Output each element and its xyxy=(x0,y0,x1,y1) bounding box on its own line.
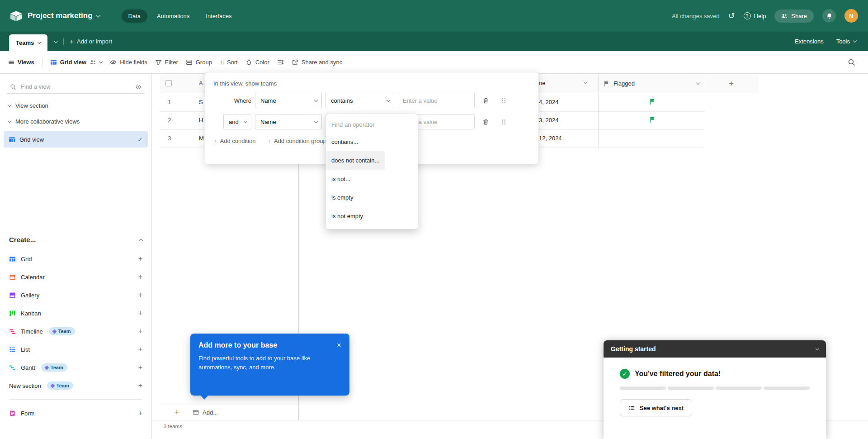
add-view-icon[interactable]: + xyxy=(138,346,142,353)
create-item-list[interactable]: List + xyxy=(0,340,151,358)
add-condition-button[interactable]: + Add condition xyxy=(213,138,255,144)
tools-button[interactable]: Tools xyxy=(836,38,856,45)
flag-icon[interactable] xyxy=(649,98,656,105)
create-item-timeline[interactable]: Timeline Team + xyxy=(0,322,151,340)
find-view-input[interactable] xyxy=(21,83,131,90)
operator-option[interactable]: is not empty xyxy=(326,207,418,225)
add-or-import-button[interactable]: + Add or import xyxy=(70,38,112,45)
cell-date-partial[interactable]: 12, 2024 xyxy=(539,135,562,142)
create-item-new-section[interactable]: New section Team + xyxy=(0,377,151,395)
field-select[interactable]: Name xyxy=(255,114,322,129)
search-icon[interactable] xyxy=(848,58,860,66)
notifications-button[interactable] xyxy=(822,9,836,23)
create-item-gantt[interactable]: Gantt Team + xyxy=(0,358,151,377)
share-button[interactable]: Share xyxy=(774,10,814,23)
drag-handle-icon[interactable] xyxy=(496,115,511,129)
app-logo-icon[interactable] xyxy=(10,11,22,21)
cell-date-partial[interactable]: 3, 2024 xyxy=(539,117,558,124)
nav-tab-automations[interactable]: Automations xyxy=(150,10,196,23)
divider xyxy=(42,58,42,67)
filter-button[interactable]: Filter xyxy=(155,59,178,66)
row-number[interactable]: 2 xyxy=(160,111,179,129)
delete-condition-button[interactable] xyxy=(478,93,493,108)
create-item-kanban[interactable]: Kanban + xyxy=(0,304,151,322)
help-button[interactable]: ? Help xyxy=(744,12,766,19)
close-icon[interactable]: × xyxy=(337,341,341,349)
operator-option[interactable]: does not contain... xyxy=(326,151,385,170)
flag-icon[interactable] xyxy=(649,116,656,123)
add-view-icon[interactable]: + xyxy=(138,310,142,317)
add-view-icon[interactable]: + xyxy=(138,382,142,389)
chevron-down-icon xyxy=(816,346,819,350)
add-condition-group-button[interactable]: + Add condition group xyxy=(267,138,326,144)
create-item-calendar[interactable]: Calendar + xyxy=(0,268,151,286)
share-and-sync-button[interactable]: Share and sync xyxy=(292,59,342,66)
gear-icon[interactable] xyxy=(135,84,142,90)
see-whats-next-button[interactable]: See what's next xyxy=(620,399,692,416)
conjunction-select[interactable]: and xyxy=(223,114,251,129)
sidebar-view-grid[interactable]: Grid view ✓ xyxy=(4,131,148,148)
add-view-icon[interactable]: + xyxy=(138,273,142,281)
filter-value-input[interactable] xyxy=(398,93,475,108)
view-name-button[interactable]: Grid view xyxy=(50,59,103,66)
add-view-icon[interactable]: + xyxy=(138,364,142,371)
hamburger-icon xyxy=(8,59,14,66)
delete-condition-button[interactable] xyxy=(478,115,493,129)
add-record-options-button[interactable]: Add... xyxy=(193,406,218,419)
getting-started-header[interactable]: Getting started xyxy=(604,340,826,358)
sort-button[interactable]: ↑↓ Sort xyxy=(220,59,238,66)
row-number[interactable]: 3 xyxy=(160,129,179,148)
operator-select[interactable]: contains xyxy=(326,93,394,108)
create-item-gallery[interactable]: Gallery + xyxy=(0,286,151,304)
views-toggle-button[interactable]: Views xyxy=(8,59,34,66)
add-record-button[interactable]: + xyxy=(175,408,179,416)
cell-name-partial[interactable]: S xyxy=(199,99,203,105)
create-item-label: New section xyxy=(9,382,41,389)
column-header-name-partial[interactable]: A xyxy=(199,80,203,86)
bell-icon xyxy=(826,13,833,19)
avatar[interactable]: N xyxy=(844,9,858,23)
cell-name-partial[interactable]: M xyxy=(199,135,204,142)
cell-date-partial[interactable]: 4, 2024 xyxy=(539,99,558,105)
field-select[interactable]: Name xyxy=(255,93,322,108)
add-view-icon[interactable]: + xyxy=(138,255,142,262)
add-view-icon[interactable]: + xyxy=(138,410,142,417)
operator-search-input[interactable] xyxy=(331,121,412,128)
nav-tab-interfaces[interactable]: Interfaces xyxy=(199,10,238,23)
badge-label: Team xyxy=(57,383,69,388)
operator-option[interactable]: is empty xyxy=(326,188,418,207)
create-section-toggle[interactable]: Create... xyxy=(0,236,151,243)
operator-option[interactable]: is not... xyxy=(326,170,418,188)
operator-option[interactable]: contains... xyxy=(326,133,418,151)
drag-handle-icon[interactable] xyxy=(496,93,511,108)
grid-line xyxy=(598,74,599,148)
view-section-label: View section xyxy=(15,102,48,109)
select-all-checkbox[interactable] xyxy=(165,80,172,86)
create-item-grid[interactable]: Grid + xyxy=(0,250,151,268)
hide-fields-button[interactable]: Hide fields xyxy=(110,59,147,66)
cell-name-partial[interactable]: H xyxy=(199,117,203,124)
operator-select-value: contains xyxy=(331,97,353,104)
group-button[interactable]: Group xyxy=(186,59,212,66)
add-view-icon[interactable]: + xyxy=(138,291,142,299)
column-header-flagged[interactable]: Flagged xyxy=(598,74,705,93)
row-number[interactable]: 1 xyxy=(160,93,179,111)
create-item-label: List xyxy=(21,346,30,353)
list-icon xyxy=(9,346,16,353)
view-section-toggle[interactable]: View section xyxy=(0,96,151,112)
extensions-button[interactable]: Extensions xyxy=(795,38,824,45)
nav-tab-data[interactable]: Data xyxy=(122,10,147,23)
add-field-button[interactable]: + xyxy=(705,74,758,93)
collaborative-views-toggle[interactable]: More collaborative views xyxy=(0,112,151,128)
chevron-down-icon xyxy=(853,39,857,43)
droplet-icon xyxy=(245,59,252,66)
history-icon[interactable]: ↺ xyxy=(728,12,735,20)
column-header-date-partial[interactable]: ne xyxy=(539,80,545,86)
row-height-button[interactable] xyxy=(277,59,284,66)
table-tab-teams[interactable]: Teams xyxy=(9,34,47,51)
base-name-menu[interactable]: Project marketing xyxy=(28,11,100,20)
color-button[interactable]: Color xyxy=(245,59,269,66)
create-item-form[interactable]: Form + xyxy=(0,404,151,422)
tab-list-button[interactable] xyxy=(54,41,57,43)
add-view-icon[interactable]: + xyxy=(138,328,142,335)
